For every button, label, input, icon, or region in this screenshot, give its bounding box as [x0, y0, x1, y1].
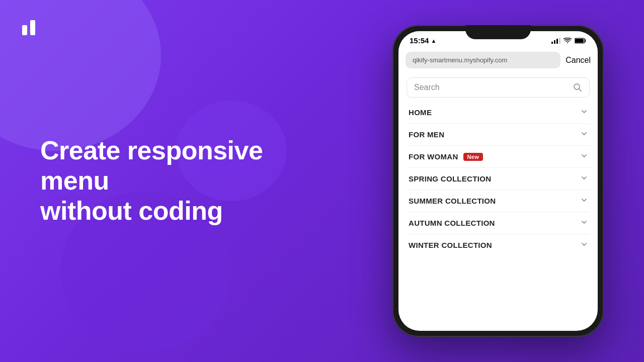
signal-icon: [551, 38, 560, 44]
menu-item-left: SPRING COLLECTION: [409, 174, 491, 183]
chevron-down-icon: [581, 219, 588, 227]
menu-item-label: SUMMER COLLECTION: [409, 197, 496, 205]
phone-mockup: 15:54 ▲: [392, 25, 604, 337]
chevron-down-icon: [581, 130, 588, 139]
chevron-down-icon: [581, 241, 588, 249]
menu-item[interactable]: SUMMER COLLECTION: [407, 190, 590, 212]
hero-text: Create responsive menu without coding: [40, 136, 302, 226]
status-icons: [551, 38, 587, 44]
menu-item-left: HOME: [409, 108, 432, 117]
menu-item-label: AUTUMN COLLECTION: [409, 219, 495, 227]
headline-line2: without coding: [40, 196, 223, 225]
menu-item[interactable]: FOR MEN: [407, 124, 590, 146]
menu-item-label: FOR WOMAN: [409, 152, 458, 161]
wifi-icon: [564, 38, 572, 44]
menu-item[interactable]: HOME: [407, 102, 590, 124]
logo: [20, 18, 39, 37]
svg-line-9: [579, 89, 582, 92]
menu-item[interactable]: SPRING COLLECTION: [407, 168, 590, 190]
svg-rect-3: [554, 40, 555, 44]
phone-frame: 15:54 ▲: [392, 25, 604, 337]
url-text: qikify-smartmenu.myshopify.com: [413, 56, 507, 64]
svg-rect-5: [559, 38, 560, 44]
svg-rect-7: [575, 39, 584, 43]
menu-content: Search HOMEFOR MENFOR WOMANNewSPRING COL…: [398, 72, 598, 256]
chevron-down-icon: [581, 152, 588, 161]
phone-screen: 15:54 ▲: [398, 31, 598, 331]
chevron-down-icon: [581, 174, 588, 183]
chevron-down-icon: [581, 197, 588, 205]
menu-item[interactable]: FOR WOMANNew: [407, 146, 590, 168]
chevron-down-icon: [581, 108, 588, 117]
svg-rect-1: [30, 20, 35, 35]
menu-item-left: AUTUMN COLLECTION: [409, 219, 495, 227]
url-field[interactable]: qikify-smartmenu.myshopify.com: [406, 52, 560, 68]
menu-item[interactable]: WINTER COLLECTION: [407, 234, 590, 256]
url-bar[interactable]: qikify-smartmenu.myshopify.com Cancel: [398, 48, 598, 72]
logo-icon: [20, 18, 39, 37]
menu-item-label: WINTER COLLECTION: [409, 241, 492, 249]
search-bar[interactable]: Search: [407, 77, 590, 98]
status-time: 15:54 ▲: [410, 36, 436, 45]
headline-line1: Create responsive menu: [40, 136, 263, 195]
menu-item-left: FOR MEN: [409, 130, 444, 139]
menu-item-left: FOR WOMANNew: [409, 152, 483, 161]
svg-rect-4: [556, 39, 558, 44]
svg-rect-0: [22, 25, 27, 35]
search-icon: [573, 83, 582, 92]
time-display: 15:54: [410, 36, 429, 45]
cancel-button[interactable]: Cancel: [566, 56, 591, 65]
menu-item-label: HOME: [409, 108, 432, 117]
menu-item-left: WINTER COLLECTION: [409, 241, 492, 249]
menu-list: HOMEFOR MENFOR WOMANNewSPRING COLLECTION…: [407, 102, 590, 256]
menu-item-label: FOR MEN: [409, 130, 444, 139]
search-placeholder[interactable]: Search: [414, 83, 573, 92]
menu-item-label: SPRING COLLECTION: [409, 174, 491, 183]
new-badge: New: [463, 153, 484, 161]
menu-item-left: SUMMER COLLECTION: [409, 197, 496, 205]
location-icon: ▲: [431, 38, 436, 44]
svg-rect-2: [551, 42, 553, 44]
phone-notch: [465, 25, 531, 39]
menu-item[interactable]: AUTUMN COLLECTION: [407, 212, 590, 234]
battery-icon: [575, 38, 587, 44]
